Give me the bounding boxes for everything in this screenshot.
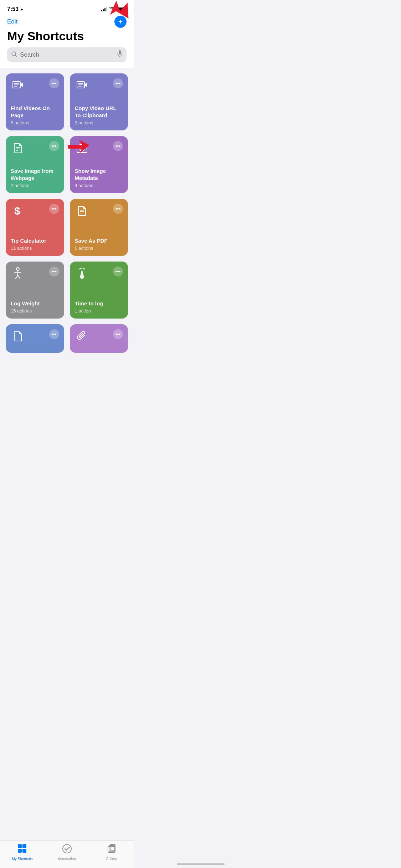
card-bottom: Find Videos On Page 5 actions xyxy=(11,105,59,125)
svg-rect-19 xyxy=(79,144,82,146)
edit-button[interactable]: Edit xyxy=(7,18,17,25)
card-title: Save As PDF xyxy=(75,237,123,244)
ellipsis-icon: ••• xyxy=(51,331,57,337)
card-top: ••• xyxy=(11,141,59,155)
svg-line-30 xyxy=(18,275,20,279)
ellipsis-icon: ••• xyxy=(51,81,57,86)
shortcut-card-log-weight[interactable]: ••• Log Weight 15 actions xyxy=(6,262,64,319)
card-top: ••• xyxy=(75,329,123,343)
card-title: Find Videos On Page xyxy=(11,105,59,119)
signal-bar-4 xyxy=(106,7,107,11)
card-top: ••• xyxy=(75,78,123,93)
shortcuts-grid: ••• Find Videos On Page 5 actions xyxy=(0,68,134,353)
card-bottom: Save Image from Webpage 2 actions xyxy=(11,167,59,188)
card-menu-button[interactable]: ••• xyxy=(49,329,59,339)
status-icons xyxy=(101,7,127,12)
document-icon xyxy=(11,141,25,155)
card-bottom: Time to log 1 action xyxy=(75,300,123,314)
card-subtitle: 3 actions xyxy=(75,120,123,125)
video-icon xyxy=(11,78,25,93)
card-title: Save Image from Webpage xyxy=(11,167,59,181)
svg-point-18 xyxy=(80,147,84,151)
status-time: 7:53 ► xyxy=(7,6,24,12)
svg-point-20 xyxy=(84,146,86,148)
search-bar[interactable] xyxy=(7,47,127,62)
battery-fill xyxy=(118,8,123,11)
card-menu-button[interactable]: ••• xyxy=(113,204,123,214)
dollar-icon: $ xyxy=(11,204,25,218)
pdf-icon xyxy=(75,204,89,218)
card-title: Copy Video URL To Clipboard xyxy=(75,105,123,119)
svg-rect-3 xyxy=(119,50,121,55)
card-subtitle: 5 actions xyxy=(11,120,59,125)
card-bottom: Save As PDF 6 actions xyxy=(75,237,123,251)
time-display: 7:53 xyxy=(7,6,19,12)
location-icon: ► xyxy=(20,7,24,11)
card-menu-button[interactable]: ••• xyxy=(113,267,123,277)
card-title: Show Image Metadata xyxy=(75,167,123,181)
ellipsis-icon: ••• xyxy=(51,143,57,149)
shortcut-card-tip-calculator[interactable]: $ ••• Tip Calculator 11 actions xyxy=(6,199,64,256)
signal-bars xyxy=(101,7,107,11)
signal-bar-3 xyxy=(104,8,106,11)
card-top: ••• xyxy=(75,204,123,218)
shortcut-card-find-videos[interactable]: ••• Find Videos On Page 5 actions xyxy=(6,73,64,130)
document-icon xyxy=(11,329,25,343)
ellipsis-icon: ••• xyxy=(51,269,57,274)
search-icon xyxy=(11,51,17,58)
shortcut-card-partial-blue[interactable]: ••• xyxy=(6,324,64,353)
card-menu-button[interactable]: ••• xyxy=(113,329,123,339)
page-title: My Shortcuts xyxy=(7,29,127,43)
svg-point-26 xyxy=(16,268,19,270)
card-subtitle: 6 actions xyxy=(75,246,123,251)
card-top: ••• xyxy=(11,329,59,343)
signal-bar-2 xyxy=(103,9,104,11)
card-menu-button[interactable]: ••• xyxy=(49,267,59,277)
microphone-icon[interactable] xyxy=(117,50,122,59)
svg-text:$: $ xyxy=(14,205,20,217)
card-subtitle: 1 action xyxy=(75,308,123,314)
card-menu-button[interactable]: ••• xyxy=(113,78,123,88)
add-icon: + xyxy=(118,18,123,26)
shortcut-card-save-pdf[interactable]: ••• Save As PDF 6 actions xyxy=(70,199,128,256)
shortcut-card-time-to-log[interactable]: ••• Time to log 1 action xyxy=(70,262,128,319)
page-header: Edit + My Shortcuts xyxy=(0,16,134,68)
shortcut-card-show-image-meta[interactable]: ••• Show Image Metadata 4 actions xyxy=(70,136,128,193)
card-subtitle: 2 actions xyxy=(11,183,59,188)
card-top: ••• xyxy=(75,267,123,281)
person-icon xyxy=(11,267,25,281)
shortcut-card-copy-video[interactable]: ••• Copy Video URL To Clipboard 3 action… xyxy=(70,73,128,130)
card-subtitle: 4 actions xyxy=(75,183,123,188)
svg-line-29 xyxy=(16,275,18,279)
card-subtitle: 11 actions xyxy=(11,246,59,251)
card-subtitle: 15 actions xyxy=(11,308,59,314)
card-bottom: Log Weight 15 actions xyxy=(11,300,59,314)
card-title: Time to log xyxy=(75,300,123,307)
ellipsis-icon: ••• xyxy=(115,206,121,212)
shortcut-card-save-image[interactable]: ••• Save Image from Webpage 2 actions xyxy=(6,136,64,193)
search-input[interactable] xyxy=(20,51,114,58)
card-top: $ ••• xyxy=(11,204,59,218)
ellipsis-icon: ••• xyxy=(115,143,121,149)
add-button-wrap: + xyxy=(114,16,127,28)
shortcut-card-partial-lavender[interactable]: ••• xyxy=(70,324,128,353)
status-bar: 7:53 ► xyxy=(0,0,134,16)
ellipsis-icon: ••• xyxy=(115,81,121,86)
card-top: ••• xyxy=(75,141,123,155)
card-menu-button[interactable]: ••• xyxy=(49,204,59,214)
card-bottom: Show Image Metadata 4 actions xyxy=(75,167,123,188)
paperclip-icon xyxy=(75,329,89,343)
header-top: Edit + xyxy=(7,16,127,28)
card-title: Tip Calculator xyxy=(11,237,59,244)
card-menu-button[interactable]: ••• xyxy=(113,141,123,151)
card-top: ••• xyxy=(11,78,59,93)
card-menu-button[interactable]: ••• xyxy=(49,78,59,88)
card-menu-button[interactable]: ••• xyxy=(49,141,59,151)
wifi-icon xyxy=(109,7,115,12)
card-top: ••• xyxy=(11,267,59,281)
add-button[interactable]: + xyxy=(114,16,127,28)
card-bottom: Copy Video URL To Clipboard 3 actions xyxy=(75,105,123,125)
svg-line-2 xyxy=(15,55,17,57)
ellipsis-icon: ••• xyxy=(115,269,121,274)
carrot-icon xyxy=(75,267,89,281)
